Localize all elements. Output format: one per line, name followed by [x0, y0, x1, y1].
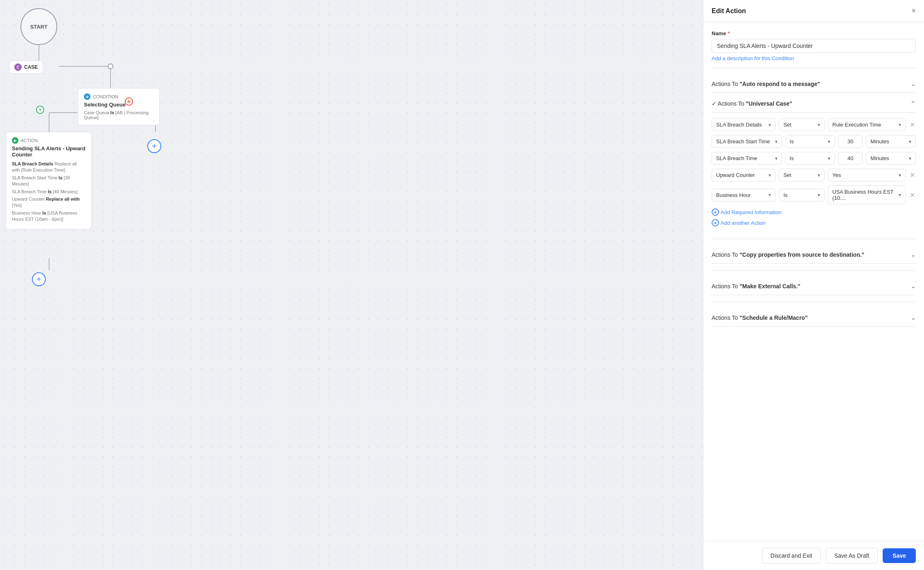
accordion-copy-properties: Actions To "Copy properties from source … — [712, 246, 916, 264]
case-label: CASE — [24, 64, 38, 70]
accordion-universal-case-body: SLA Breach Details ▾ Set ▾ Rule Executio… — [712, 113, 916, 232]
delete-sla-breach-details-button[interactable]: ✕ — [909, 121, 916, 129]
condition-node[interactable]: ◈ CONDITION Selecting Queue Case Queue I… — [78, 88, 160, 125]
business-hour-operator[interactable]: Is ▾ — [779, 189, 825, 201]
sla-breach-time-unit[interactable]: Minutes ▾ — [866, 152, 916, 165]
sla-breach-time-operator[interactable]: Is ▾ — [785, 152, 835, 165]
action-detail-4: Upward Counter Replace all with [Yes] — [12, 196, 86, 209]
business-hour-value[interactable]: USA Business Hours EST (10.... ▾ — [828, 185, 906, 204]
upward-counter-chevron: ▾ — [768, 172, 771, 178]
action-icon: ▶ — [12, 137, 18, 144]
sla-breach-start-number[interactable] — [838, 135, 863, 148]
accordion-universal-case: ✓ Actions To "Universal Case" ⌄ SLA Brea… — [712, 95, 916, 232]
sla-breach-details-value[interactable]: Rule Execution Time ▾ — [828, 118, 906, 131]
is-chevron-1: ▾ — [828, 139, 830, 145]
add-description-link[interactable]: Add a description for this Condition — [712, 55, 916, 61]
add-node-bottom-button[interactable]: + — [32, 272, 46, 286]
start-node: START — [20, 8, 57, 45]
name-input[interactable] — [712, 39, 916, 53]
no-badge: N — [125, 97, 133, 106]
condition-header: ◈ CONDITION — [84, 93, 153, 100]
set-chevron-1: ▾ — [818, 122, 820, 128]
chevron-copy-properties-icon: ⌄ — [910, 251, 916, 258]
action-header: ▶ ACTION — [12, 137, 86, 144]
add-action-label: Add another Action — [721, 220, 766, 226]
sla-breach-start-time-row: SLA Breach Start Time ▾ Is ▾ Minutes ▾ — [712, 135, 916, 148]
chevron-auto-respond-icon: ⌄ — [910, 80, 916, 88]
add-node-right-button[interactable]: + — [147, 139, 161, 153]
condition-body: Case Queue Is [AB | Processing Queue] — [84, 110, 153, 120]
save-button[interactable]: Save — [883, 548, 916, 563]
accordion-copy-properties-header[interactable]: Actions To "Copy properties from source … — [712, 246, 916, 264]
accordion-auto-respond: Actions To "Auto respond to a message" ⌄ — [712, 75, 916, 93]
accordion-external-calls: Actions To "Make External Calls." ⌄ — [712, 277, 916, 295]
yes-badge: Y — [36, 106, 44, 114]
delete-business-hour-button[interactable]: ✕ — [909, 191, 916, 199]
action-detail-3: SLA Breach Time Is [40 Minutes] — [12, 189, 86, 195]
delete-upward-counter-button[interactable]: ✕ — [909, 171, 916, 179]
accordion-schedule-rule-title: Actions To "Schedule a Rule/Macro" — [712, 314, 808, 321]
close-button[interactable]: × — [911, 7, 916, 15]
minutes-chevron-2: ▾ — [909, 156, 911, 161]
discard-and-exit-button[interactable]: Discard and Exit — [762, 548, 821, 563]
svg-point-3 — [108, 64, 113, 69]
action-detail-5: Business Hour Is [USA Business Hours EST… — [12, 210, 86, 223]
name-field-group: Name * Add a description for this Condit… — [712, 30, 916, 61]
sla-breach-start-unit[interactable]: Minutes ▾ — [866, 135, 916, 148]
sla-breach-details-row: SLA Breach Details ▾ Set ▾ Rule Executio… — [712, 118, 916, 131]
accordion-auto-respond-header[interactable]: Actions To "Auto respond to a message" ⌄ — [712, 75, 916, 93]
sla-breach-time-row: SLA Breach Time ▾ Is ▾ Minutes ▾ — [712, 152, 916, 165]
add-required-info-icon: + — [712, 208, 719, 216]
business-hour-row: Business Hour ▾ Is ▾ USA Business Hours … — [712, 185, 916, 204]
accordion-copy-properties-title: Actions To "Copy properties from source … — [712, 251, 864, 258]
add-required-information-button[interactable]: + Add Required Information — [712, 208, 781, 216]
accordion-universal-case-header[interactable]: ✓ Actions To "Universal Case" ⌄ — [712, 95, 916, 113]
accordion-universal-case-title: ✓ Actions To "Universal Case" — [712, 100, 792, 107]
sla-breach-start-operator[interactable]: Is ▾ — [785, 135, 835, 148]
sla-breach-time-number[interactable] — [838, 152, 863, 165]
case-node[interactable]: C CASE — [9, 61, 43, 74]
upward-counter-operator[interactable]: Set ▾ — [779, 169, 825, 181]
accordion-schedule-rule: Actions To "Schedule a Rule/Macro" ⌄ — [712, 309, 916, 327]
sla-breach-details-field[interactable]: SLA Breach Details ▾ — [712, 118, 775, 131]
business-hour-chevron: ▾ — [768, 192, 771, 198]
chevron-schedule-rule-icon: ⌄ — [910, 314, 916, 321]
name-field-label: Name * — [712, 30, 916, 36]
rule-exec-chevron: ▾ — [899, 122, 901, 128]
divider-4 — [712, 302, 916, 302]
action-node[interactable]: ▶ ACTION Sending SLA Alerts - Upward Cou… — [6, 132, 92, 229]
sla-breach-start-chevron: ▾ — [775, 139, 778, 145]
action-type-label: ACTION — [21, 138, 38, 143]
sla-breach-details-chevron: ▾ — [768, 122, 771, 128]
chevron-external-calls-icon: ⌄ — [910, 282, 916, 290]
minutes-chevron-1: ▾ — [909, 139, 911, 145]
accordion-external-calls-header[interactable]: Actions To "Make External Calls." ⌄ — [712, 277, 916, 295]
sla-breach-time-field[interactable]: SLA Breach Time ▾ — [712, 152, 782, 165]
divider-1 — [712, 68, 916, 68]
case-icon: C — [14, 63, 22, 71]
chevron-universal-case-icon: ⌄ — [910, 100, 916, 107]
is-chevron-3: ▾ — [818, 192, 820, 198]
accordion-schedule-rule-header[interactable]: Actions To "Schedule a Rule/Macro" ⌄ — [712, 309, 916, 327]
divider-3 — [712, 270, 916, 271]
accordion-external-calls-title: Actions To "Make External Calls." — [712, 283, 800, 290]
upward-counter-value[interactable]: Yes ▾ — [828, 169, 906, 181]
upward-counter-field[interactable]: Upward Counter ▾ — [712, 169, 775, 181]
sla-breach-start-time-field[interactable]: SLA Breach Start Time ▾ — [712, 135, 782, 148]
action-detail-2: SLA Breach Start Time Is [30 Minutes] — [12, 175, 86, 188]
condition-icon: ◈ — [84, 93, 90, 100]
business-hour-val-chevron: ▾ — [899, 192, 901, 198]
panel-body: Name * Add a description for this Condit… — [703, 22, 924, 541]
required-indicator: * — [728, 30, 730, 36]
add-another-action-button[interactable]: + Add another Action — [712, 219, 766, 226]
action-detail-1: SLA Breach Details Replace all with [Rul… — [12, 161, 86, 174]
business-hour-field[interactable]: Business Hour ▾ — [712, 189, 775, 201]
panel-header: Edit Action × — [703, 0, 924, 22]
flow-canvas: START C CASE ◈ CONDITION Selecting Queue… — [0, 0, 703, 570]
sla-breach-time-chevron: ▾ — [775, 156, 778, 161]
sla-breach-details-operator[interactable]: Set ▾ — [779, 118, 825, 131]
save-as-draft-button[interactable]: Save As Draft — [826, 548, 878, 563]
upward-counter-row: Upward Counter ▾ Set ▾ Yes ▾ ✕ — [712, 169, 916, 181]
action-node-title: Sending SLA Alerts - Upward Counter — [12, 145, 86, 158]
add-required-info-label: Add Required Information — [721, 209, 781, 215]
